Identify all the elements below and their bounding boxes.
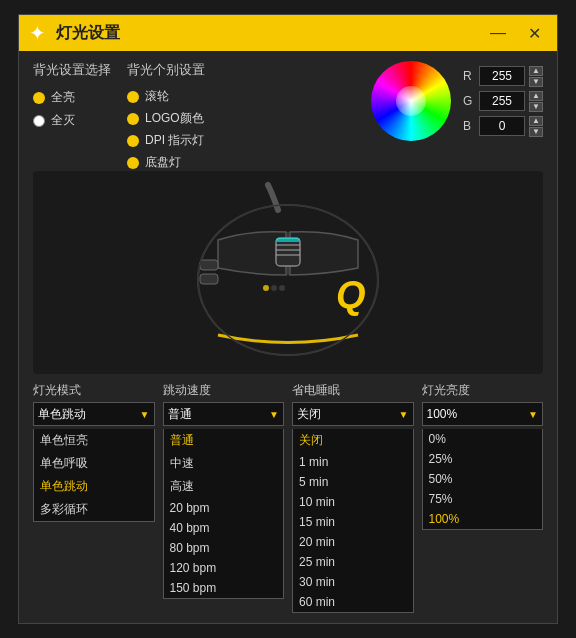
js-opt-4[interactable]: 40 bpm <box>164 518 284 538</box>
r-row: R ▲ ▼ <box>463 66 543 87</box>
light-mode-arrow: ▼ <box>140 409 150 420</box>
power-save-dropdown[interactable]: 关闭 ▼ <box>292 402 414 426</box>
ps-opt-8[interactable]: 60 min <box>293 592 413 612</box>
g-row: G ▲ ▼ <box>463 91 543 112</box>
top-controls: 背光设置选择 全亮 全灭 背光个别设置 滚轮 <box>33 61 543 171</box>
chassis-label: 底盘灯 <box>145 154 181 171</box>
brightness-arrow: ▼ <box>528 409 538 420</box>
lm-opt-0[interactable]: 单色恒亮 <box>34 429 154 452</box>
close-button[interactable]: ✕ <box>522 22 547 45</box>
brightness-selected: 100% <box>427 407 458 421</box>
backlight-individual-section: 背光个别设置 滚轮 LOGO颜色 DPI 指示灯 底盘灯 <box>127 61 205 171</box>
ps-opt-2[interactable]: 5 min <box>293 472 413 492</box>
r-spinner: ▲ ▼ <box>529 66 543 87</box>
power-save-selected: 关闭 <box>297 406 321 423</box>
light-mode-dropdown[interactable]: 单色跳动 ▼ <box>33 402 155 426</box>
bottom-section: 灯光模式 单色跳动 ▼ 单色恒亮 单色呼吸 单色跳动 多彩循环 跳动速度 普通 … <box>33 382 543 613</box>
ps-opt-6[interactable]: 25 min <box>293 552 413 572</box>
g-down-btn[interactable]: ▼ <box>529 102 543 112</box>
svg-rect-2 <box>276 238 300 266</box>
dpi-dot <box>127 135 139 147</box>
backlight-select-label: 背光设置选择 <box>33 61 111 79</box>
b-up-btn[interactable]: ▲ <box>529 116 543 126</box>
full-bright-label: 全亮 <box>51 89 75 106</box>
ps-opt-5[interactable]: 20 min <box>293 532 413 552</box>
main-window: ✦ 灯光设置 — ✕ 背光设置选择 全亮 全灭 背光个别设置 <box>18 14 558 624</box>
g-up-btn[interactable]: ▲ <box>529 91 543 101</box>
brightness-dropdown[interactable]: 100% ▼ <box>422 402 544 426</box>
js-opt-3[interactable]: 20 bpm <box>164 498 284 518</box>
br-opt-3[interactable]: 75% <box>423 489 543 509</box>
power-save-label: 省电睡眠 <box>292 382 414 399</box>
title-bar: ✦ 灯光设置 — ✕ <box>19 15 557 51</box>
b-down-btn[interactable]: ▼ <box>529 127 543 137</box>
power-save-group: 省电睡眠 关闭 ▼ 关闭 1 min 5 min 10 min 15 min 2… <box>292 382 414 613</box>
ps-opt-1[interactable]: 1 min <box>293 452 413 472</box>
js-opt-0[interactable]: 普通 <box>164 429 284 452</box>
r-up-btn[interactable]: ▲ <box>529 66 543 76</box>
light-mode-selected: 单色跳动 <box>38 406 86 423</box>
full-off-dot <box>33 115 45 127</box>
lm-opt-2[interactable]: 单色跳动 <box>34 475 154 498</box>
full-off-option[interactable]: 全灭 <box>33 112 111 129</box>
scroll-label: 滚轮 <box>145 88 169 105</box>
svg-point-10 <box>279 285 285 291</box>
scroll-option[interactable]: 滚轮 <box>127 88 205 105</box>
sun-icon: ✦ <box>29 21 46 45</box>
logo-label: LOGO颜色 <box>145 110 204 127</box>
chassis-option[interactable]: 底盘灯 <box>127 154 205 171</box>
color-picker-area: R ▲ ▼ G ▲ ▼ <box>371 61 543 141</box>
full-bright-dot <box>33 92 45 104</box>
ps-opt-3[interactable]: 10 min <box>293 492 413 512</box>
power-save-arrow: ▼ <box>399 409 409 420</box>
jump-speed-arrow: ▼ <box>269 409 279 420</box>
ps-opt-4[interactable]: 15 min <box>293 512 413 532</box>
js-opt-1[interactable]: 中速 <box>164 452 284 475</box>
br-opt-4[interactable]: 100% <box>423 509 543 529</box>
logo-dot <box>127 113 139 125</box>
br-opt-1[interactable]: 25% <box>423 449 543 469</box>
g-spinner: ▲ ▼ <box>529 91 543 112</box>
js-opt-5[interactable]: 80 bpm <box>164 538 284 558</box>
svg-rect-6 <box>200 260 218 270</box>
br-opt-2[interactable]: 50% <box>423 469 543 489</box>
light-mode-group: 灯光模式 单色跳动 ▼ 单色恒亮 单色呼吸 单色跳动 多彩循环 <box>33 382 155 613</box>
b-input[interactable] <box>479 116 525 136</box>
full-off-label: 全灭 <box>51 112 75 129</box>
g-input[interactable] <box>479 91 525 111</box>
jump-speed-dropdown[interactable]: 普通 ▼ <box>163 402 285 426</box>
svg-rect-7 <box>200 274 218 284</box>
brightness-list: 0% 25% 50% 75% 100% <box>422 429 544 530</box>
svg-text:Q: Q <box>336 274 366 316</box>
r-input[interactable] <box>479 66 525 86</box>
r-down-btn[interactable]: ▼ <box>529 77 543 87</box>
ps-opt-0[interactable]: 关闭 <box>293 429 413 452</box>
full-bright-option[interactable]: 全亮 <box>33 89 111 106</box>
b-spinner: ▲ ▼ <box>529 116 543 137</box>
rgb-inputs: R ▲ ▼ G ▲ ▼ <box>463 66 543 137</box>
lm-opt-3[interactable]: 多彩循环 <box>34 498 154 521</box>
jump-speed-group: 跳动速度 普通 ▼ 普通 中速 高速 20 bpm 40 bpm 80 bpm … <box>163 382 285 613</box>
dpi-label: DPI 指示灯 <box>145 132 204 149</box>
light-mode-list: 单色恒亮 单色呼吸 单色跳动 多彩循环 <box>33 429 155 522</box>
js-opt-7[interactable]: 150 bpm <box>164 578 284 598</box>
mouse-preview: Q <box>33 171 543 374</box>
light-mode-label: 灯光模式 <box>33 382 155 399</box>
jump-speed-label: 跳动速度 <box>163 382 285 399</box>
g-label: G <box>463 94 475 108</box>
backlight-select-section: 背光设置选择 全亮 全灭 <box>33 61 111 129</box>
b-row: B ▲ ▼ <box>463 116 543 137</box>
minimize-button[interactable]: — <box>484 22 512 44</box>
br-opt-0[interactable]: 0% <box>423 429 543 449</box>
content-area: 背光设置选择 全亮 全灭 背光个别设置 滚轮 <box>19 51 557 623</box>
logo-option[interactable]: LOGO颜色 <box>127 110 205 127</box>
lm-opt-1[interactable]: 单色呼吸 <box>34 452 154 475</box>
js-opt-2[interactable]: 高速 <box>164 475 284 498</box>
dpi-option[interactable]: DPI 指示灯 <box>127 132 205 149</box>
svg-point-9 <box>271 285 277 291</box>
ps-opt-7[interactable]: 30 min <box>293 572 413 592</box>
color-wheel[interactable] <box>371 61 451 141</box>
brightness-group: 灯光亮度 100% ▼ 0% 25% 50% 75% 100% <box>422 382 544 613</box>
r-label: R <box>463 69 475 83</box>
js-opt-6[interactable]: 120 bpm <box>164 558 284 578</box>
